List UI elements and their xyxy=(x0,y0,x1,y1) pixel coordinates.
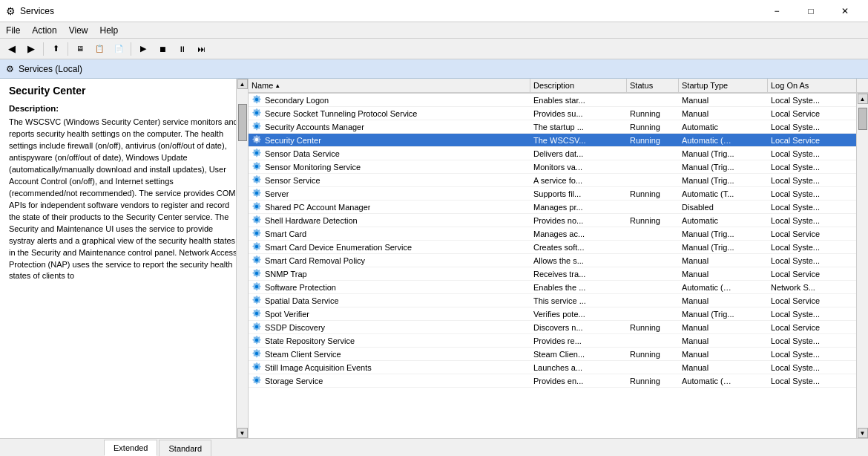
table-row[interactable]: Smart Card Manages ac... Manual (Trig...… xyxy=(249,227,868,241)
pause-service-button[interactable]: ⏸ xyxy=(173,41,191,57)
cell-desc: Discovers n... xyxy=(530,321,627,333)
menu-view[interactable]: View xyxy=(63,22,94,38)
cell-name: Security Center xyxy=(249,134,530,146)
window-icon: ⚙ xyxy=(6,5,16,17)
table-row[interactable]: SNMP Trap Receives tra... Manual Local S… xyxy=(249,267,868,281)
service-icon xyxy=(251,322,262,333)
cell-logon: Local Syste... xyxy=(768,334,857,347)
table-row[interactable]: Secondary Logon Enables star... Manual L… xyxy=(249,94,868,107)
table-row[interactable]: Server Supports fil... Running Automatic… xyxy=(249,187,868,201)
cell-startup: Manual (Trig... xyxy=(679,147,768,160)
cell-name: Sensor Monitoring Service xyxy=(249,160,530,173)
table-row[interactable]: Sensor Monitoring Service Monitors va...… xyxy=(249,160,868,174)
menu-help[interactable]: Help xyxy=(94,22,125,38)
service-icon xyxy=(251,148,262,160)
table-row[interactable]: Secure Socket Tunneling Protocol Service… xyxy=(249,107,868,120)
table-row[interactable]: Shell Hardware Detection Provides no... … xyxy=(249,214,868,227)
table-row[interactable]: Security Accounts Manager The startup ..… xyxy=(249,120,868,134)
service-icon xyxy=(251,161,262,173)
cell-startup: Manual xyxy=(679,361,768,374)
scroll-down-arrow[interactable]: ▼ xyxy=(237,428,248,438)
left-scrollbar[interactable]: ▲ ▼ xyxy=(236,79,248,438)
cell-name: SSDP Discovery xyxy=(249,321,530,333)
scroll-down-arrow-right[interactable]: ▼ xyxy=(858,428,868,438)
service-icon xyxy=(251,134,262,146)
cell-startup: Manual xyxy=(679,254,768,267)
properties-button[interactable]: 📄 xyxy=(110,41,128,57)
cell-status: Running xyxy=(627,348,679,360)
scroll-up-arrow-right[interactable]: ▲ xyxy=(858,94,868,104)
service-icon xyxy=(251,201,262,213)
table-row[interactable]: SSDP Discovery Discovers n... Running Ma… xyxy=(249,321,868,334)
col-header-name[interactable]: Name ▲ xyxy=(249,79,530,92)
main-content: Security Center Description: The WSCSVC … xyxy=(0,79,868,438)
menu-file[interactable]: File xyxy=(0,22,26,38)
table-row[interactable]: Spot Verifier Verifies pote... Manual (T… xyxy=(249,307,868,321)
table-row[interactable]: Storage Service Provides en... Running A… xyxy=(249,374,868,388)
scroll-thumb[interactable] xyxy=(238,104,247,141)
cell-desc: Manages ac... xyxy=(530,227,627,240)
cell-startup: Automatic (… xyxy=(679,134,768,146)
service-icon xyxy=(251,281,262,293)
table-row[interactable]: Shared PC Account Manager Manages pr... … xyxy=(249,201,868,214)
table-row[interactable]: Still Image Acquisition Events Launches … xyxy=(249,361,868,374)
cell-name: Sensor Data Service xyxy=(249,147,530,160)
maximize-button[interactable]: □ xyxy=(794,0,828,22)
col-header-startup[interactable]: Startup Type xyxy=(679,79,768,92)
table-row[interactable]: Software Protection Enables the ... Auto… xyxy=(249,281,868,294)
cell-name: Server xyxy=(249,187,530,200)
cell-logon: Local Syste... xyxy=(768,201,857,213)
cell-status xyxy=(627,361,679,374)
minimize-button[interactable]: − xyxy=(760,0,794,22)
cell-startup: Manual xyxy=(679,267,768,280)
menu-action[interactable]: Action xyxy=(26,22,62,38)
service-icon xyxy=(251,175,262,186)
cell-logon: Local Syste... xyxy=(768,160,857,173)
cell-name: Smart Card xyxy=(249,227,530,240)
table-row[interactable]: Spatial Data Service This service ... Ma… xyxy=(249,294,868,307)
cell-startup: Manual (Trig... xyxy=(679,241,768,253)
description-text: The WSCSVC (Windows Security Center) ser… xyxy=(9,117,239,282)
table-body[interactable]: Secondary Logon Enables star... Manual L… xyxy=(249,94,868,438)
table-row[interactable]: Steam Client Service Steam Clien... Runn… xyxy=(249,348,868,361)
right-scrollbar[interactable]: ▲ ▼ xyxy=(856,94,868,438)
col-header-logon[interactable]: Log On As xyxy=(768,79,857,92)
table-row[interactable]: Sensor Service A service fo... Manual (T… xyxy=(249,174,868,187)
forward-button[interactable]: ▶ xyxy=(22,41,40,57)
close-button[interactable]: ✕ xyxy=(828,0,862,22)
export-list-button[interactable]: 📋 xyxy=(91,41,108,57)
show-hide-button[interactable]: 🖥 xyxy=(71,41,89,57)
scroll-thumb-right[interactable] xyxy=(858,108,867,130)
table-row[interactable]: Security Center The WSCSV... Running Aut… xyxy=(249,134,868,147)
stop-service-button[interactable]: ⏹ xyxy=(154,41,171,57)
tab-extended[interactable]: Extended xyxy=(104,440,157,456)
up-button[interactable]: ⬆ xyxy=(47,41,65,57)
cell-desc: Manages pr... xyxy=(530,201,627,213)
cell-logon: Local Service xyxy=(768,107,857,120)
cell-name: Sensor Service xyxy=(249,174,530,186)
service-icon xyxy=(251,121,262,133)
start-service-button[interactable]: ▶ xyxy=(134,41,152,57)
table-row[interactable]: State Repository Service Provides re... … xyxy=(249,334,868,348)
cell-logon: Local Syste... xyxy=(768,374,857,387)
cell-name: Steam Client Service xyxy=(249,348,530,360)
service-icon xyxy=(251,188,262,200)
scroll-up-arrow[interactable]: ▲ xyxy=(237,79,248,89)
nav-header-text: Services (Local) xyxy=(19,64,82,74)
table-row[interactable]: Smart Card Device Enumeration Service Cr… xyxy=(249,241,868,254)
cell-startup: Manual xyxy=(679,294,768,307)
cell-name: Storage Service xyxy=(249,374,530,387)
service-icon xyxy=(251,362,262,374)
col-header-status[interactable]: Status xyxy=(627,79,679,92)
col-header-description[interactable]: Description xyxy=(530,79,627,92)
service-icon xyxy=(251,335,262,347)
table-row[interactable]: Sensor Data Service Delivers dat... Manu… xyxy=(249,147,868,160)
resume-service-button[interactable]: ⏭ xyxy=(192,41,210,57)
service-icon xyxy=(251,255,262,267)
cell-desc: Monitors va... xyxy=(530,160,627,173)
table-row[interactable]: Smart Card Removal Policy Allows the s..… xyxy=(249,254,868,267)
tab-standard[interactable]: Standard xyxy=(159,440,211,456)
cell-status xyxy=(627,307,679,320)
back-button[interactable]: ◀ xyxy=(3,41,21,57)
cell-startup: Manual xyxy=(679,321,768,333)
